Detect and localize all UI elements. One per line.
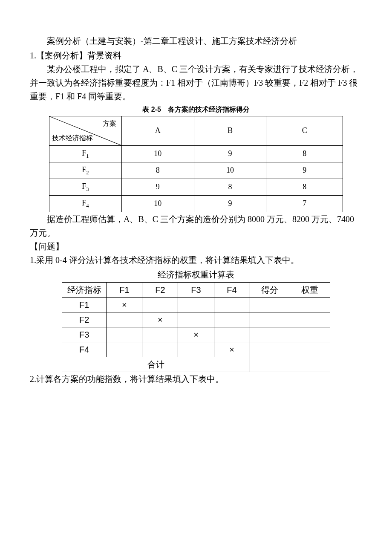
table-row: F1 10 9 8 <box>49 145 343 162</box>
cell <box>290 312 330 327</box>
table-row: F4 × <box>62 342 330 357</box>
cell: × <box>178 327 214 342</box>
table1-diag-header: 方案 技术经济指标 <box>49 116 122 145</box>
background-paragraph: 某办公楼工程中，拟定了 A、B、C 三个设计方案，有关专家进行了技术经济分析，并… <box>30 62 362 103</box>
t2h-weight: 权重 <box>290 282 330 297</box>
row-label: F2 <box>49 162 122 179</box>
table-row: F2 8 10 9 <box>49 162 343 179</box>
cell <box>178 342 214 357</box>
cell: 8 <box>194 179 266 195</box>
table1-col-c: C <box>266 116 343 145</box>
row-label: F3 <box>62 327 107 342</box>
cell: × <box>142 312 178 327</box>
cell <box>290 357 330 372</box>
cell <box>250 327 290 342</box>
cell: 9 <box>194 145 266 162</box>
diag-bottom-label: 技术经济指标 <box>52 133 93 144</box>
table-row: F3 9 8 8 <box>49 179 343 195</box>
row-label: F3 <box>49 179 122 195</box>
cell <box>107 327 142 342</box>
cell <box>250 342 290 357</box>
table-row-total: 合计 <box>62 357 330 372</box>
table-row: F3 × <box>62 327 330 342</box>
cell <box>214 312 250 327</box>
cell <box>178 297 214 312</box>
cell: × <box>214 342 250 357</box>
cell: 8 <box>266 145 343 162</box>
cell: 10 <box>194 162 266 179</box>
cell: 9 <box>121 179 194 195</box>
cell: 7 <box>266 195 343 212</box>
question-heading: 【问题】 <box>30 240 362 253</box>
row-label: F2 <box>62 312 107 327</box>
t2h-f1: F1 <box>107 282 142 297</box>
row-label: F4 <box>49 195 122 212</box>
cell: 9 <box>266 162 343 179</box>
table2-header-row: 经济指标 F1 F2 F3 F4 得分 权重 <box>62 282 330 297</box>
t2h-indicator: 经济指标 <box>62 282 107 297</box>
page-title: 案例分析（土建与安装）-第二章工程设计、施工方案技术经济分析 <box>30 34 362 48</box>
t2h-score: 得分 <box>250 282 290 297</box>
cell <box>290 342 330 357</box>
cell <box>178 312 214 327</box>
section-heading: 1.【案例分析】背景资料 <box>30 49 362 62</box>
table2-caption: 经济指标权重计算表 <box>30 268 362 281</box>
table-row: F1 × <box>62 297 330 312</box>
cell <box>290 297 330 312</box>
table-row: F2 × <box>62 312 330 327</box>
row-label: F1 <box>62 297 107 312</box>
cell: × <box>107 297 142 312</box>
table1-col-b: B <box>194 116 266 145</box>
cell: 8 <box>121 162 194 179</box>
t2h-f4: F4 <box>214 282 250 297</box>
table-row: F4 10 9 7 <box>49 195 343 212</box>
table1-caption: 表 2-5 各方案的技术经济指标得分 <box>30 104 362 115</box>
cell <box>142 342 178 357</box>
cell <box>107 342 142 357</box>
question-2: 2.计算各方案的功能指数，将计算结果填入下表中。 <box>30 372 362 386</box>
cell: 10 <box>121 145 194 162</box>
t2h-f2: F2 <box>142 282 178 297</box>
total-label: 合计 <box>62 357 250 372</box>
cell: 9 <box>194 195 266 212</box>
table-2: 经济指标 F1 F2 F3 F4 得分 权重 F1 × F2 × F3 × F4 <box>62 282 330 372</box>
table-1: 方案 技术经济指标 A B C F1 10 9 8 F2 8 10 9 F3 9… <box>49 116 343 212</box>
cell <box>214 327 250 342</box>
cell: 8 <box>266 179 343 195</box>
cell <box>290 327 330 342</box>
question-1: 1.采用 0-4 评分法计算各技术经济指标的权重，将计算结果填入下表中。 <box>30 253 362 267</box>
row-label: F4 <box>62 342 107 357</box>
cell <box>107 312 142 327</box>
t2h-f3: F3 <box>178 282 214 297</box>
row-label: F1 <box>49 145 122 162</box>
cell <box>214 297 250 312</box>
diag-top-label: 方案 <box>103 118 116 129</box>
cost-paragraph: 据造价工程师估算，A、B、C 三个方案的造价分别为 8000 万元、8200 万… <box>30 212 362 240</box>
cell <box>250 297 290 312</box>
cell <box>250 312 290 327</box>
cell <box>142 297 178 312</box>
table1-col-a: A <box>121 116 194 145</box>
cell <box>250 357 290 372</box>
cell <box>142 327 178 342</box>
cell: 10 <box>121 195 194 212</box>
